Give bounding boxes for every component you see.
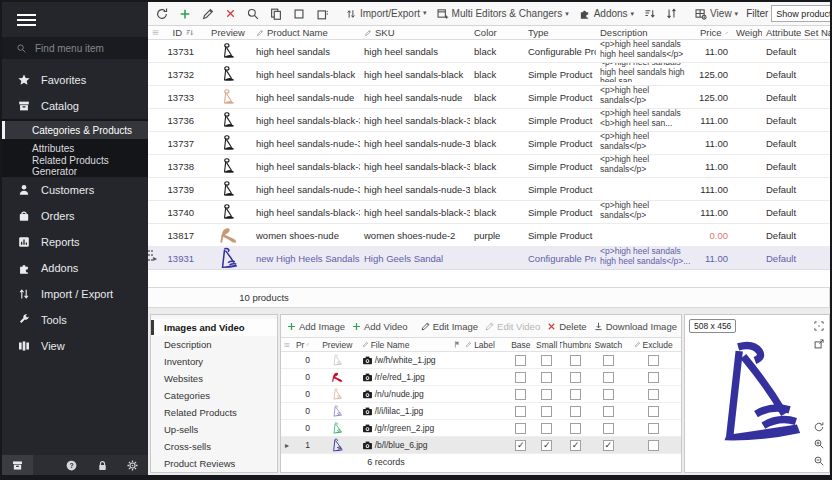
product-row[interactable]: 13817women shoes-nudewomen shoes-nude-2p… [148,224,830,247]
column-header-pr[interactable]: Pr [293,338,313,351]
add-image-button[interactable]: Add Image [284,319,347,334]
exclude-checkbox[interactable] [648,372,659,383]
sidebar-item-catalog[interactable]: Catalog [2,93,148,119]
column-header-weight[interactable]: Weight [732,26,762,39]
sort-az-button[interactable] [640,5,659,22]
column-header-preview[interactable]: Preview [313,338,359,351]
sidebar-item-orders[interactable]: Orders [2,203,148,229]
catalog-box-icon[interactable] [2,455,33,475]
sidebar-item-view[interactable]: View [2,333,148,359]
image-row[interactable]: ▸1 /b/l/blue_6.jpg✓✓✓✓ [281,437,681,454]
swatch-checkbox[interactable] [603,423,614,434]
small-checkbox[interactable] [541,355,552,366]
sidebar-item-favorites[interactable]: Favorites [2,67,148,93]
swatch-checkbox[interactable] [603,372,614,383]
lock-icon[interactable] [87,455,118,475]
sidebar-item-addons[interactable]: Addons [2,255,148,281]
sidebar-item-tools[interactable]: Tools [2,307,148,333]
thumbnail-checkbox[interactable]: ✓ [570,440,581,451]
small-checkbox[interactable] [541,372,552,383]
view-button[interactable]: View▾ [691,5,741,22]
hamburger-menu-icon[interactable] [2,2,148,34]
swatch-checkbox[interactable] [603,389,614,400]
image-row[interactable]: 0 /r/e/red_1.jpg [281,369,681,386]
paste-special-button[interactable] [312,5,332,23]
thumbnail-checkbox[interactable] [570,423,581,434]
sidebar-item-categories-products[interactable]: Categories & Products [2,121,148,139]
base-checkbox[interactable] [515,372,526,383]
tab-inventory[interactable]: Inventory [151,353,277,370]
base-checkbox[interactable] [515,355,526,366]
tab-up-sells[interactable]: Up-sells [151,421,277,438]
add-product-button[interactable] [175,5,195,23]
tab-product-reviews[interactable]: Product Reviews [151,455,277,472]
sidebar-item-customers[interactable]: Customers [2,177,148,203]
edit-image-button[interactable]: Edit Image [418,319,480,334]
tab-cross-sells[interactable]: Cross-sells [151,438,277,455]
checkbox-select-button[interactable] [289,5,309,23]
multi-editors-button[interactable]: Multi Editors & Changers▾ [433,5,572,22]
column-header-price[interactable]: Price [696,26,732,39]
product-row[interactable]: 13736high heel sandals-black-36high heel… [148,109,830,132]
column-header-preview[interactable]: Preview [200,26,252,39]
product-row[interactable]: ▸13931new High Heels SandalsHigh Geels S… [148,247,830,270]
add-video-button[interactable]: Add Video [349,319,410,334]
product-row[interactable]: 13739high heel sandals-nude-37high heel … [148,178,830,201]
download-image-button[interactable]: Download Image [591,319,679,334]
exclude-checkbox[interactable] [648,440,659,451]
zoom-in-icon[interactable] [812,437,826,451]
column-header-product-name[interactable]: Product Name [252,26,360,39]
thumbnail-checkbox[interactable] [570,406,581,417]
edit-product-button[interactable] [198,5,218,23]
zoom-out-icon[interactable] [812,454,826,468]
sidebar-item-import-export[interactable]: Import / Export [2,281,148,307]
column-header-id[interactable]: ID [162,26,200,39]
sidebar-item-reports[interactable]: Reports [2,229,148,255]
column-header-sku[interactable]: SKU [360,26,470,39]
sort-order-button[interactable] [662,5,681,22]
product-row[interactable]: 13737high heel sandals-nude-36high heel … [148,132,830,155]
column-header-color[interactable]: Color [470,26,524,39]
small-checkbox[interactable] [541,389,552,400]
refresh-button[interactable] [152,5,172,23]
tab-websites[interactable]: Websites [151,370,277,387]
column-header-description[interactable]: Description [596,26,696,39]
base-checkbox[interactable] [515,423,526,434]
column-header-thumbna[interactable]: Thumbna [560,338,592,351]
small-checkbox[interactable]: ✓ [541,440,552,451]
exclude-checkbox[interactable] [648,355,659,366]
tab-related-products[interactable]: Related Products [151,404,277,421]
product-row[interactable]: 13740high heel sandals-black-38high heel… [148,201,830,224]
image-row[interactable]: 0 /n/u/nude.jpg [281,386,681,403]
open-external-icon[interactable] [812,337,826,351]
help-icon[interactable]: ? [57,455,88,475]
swatch-checkbox[interactable] [603,355,614,366]
thumbnail-checkbox[interactable] [570,372,581,383]
exclude-checkbox[interactable] [648,423,659,434]
base-checkbox[interactable]: ✓ [515,440,526,451]
thumbnail-checkbox[interactable] [570,389,581,400]
exclude-checkbox[interactable] [648,406,659,417]
product-row[interactable]: 13738high heel sandals-black-37high heel… [148,155,830,178]
sidebar-search-input[interactable]: Find menu item [2,37,148,59]
delete-product-button[interactable] [221,5,240,22]
image-row[interactable]: 0 /l/i/lilac_1.jpg [281,403,681,420]
column-header-exclude[interactable]: Exclude [625,338,681,351]
import-export-button[interactable]: Import/Export▾ [342,5,430,21]
tab-images-and-video[interactable]: Images and Video [151,319,277,336]
sidebar-item-related-products-generator[interactable]: Related Products Generator [2,157,148,175]
base-checkbox[interactable] [515,406,526,417]
exclude-checkbox[interactable] [648,389,659,400]
thumbnail-checkbox[interactable] [570,355,581,366]
column-header-attribute-set-name[interactable]: Attribute Set Name [762,26,830,39]
image-row[interactable]: 0 /g/r/green_2.jpg [281,420,681,437]
small-checkbox[interactable] [541,406,552,417]
column-header-file-name[interactable]: File Name [359,338,453,351]
copy-button[interactable] [266,5,286,23]
product-row[interactable]: 13733high heel sandals-nudehigh heel san… [148,86,830,109]
refresh-image-icon[interactable] [812,420,826,434]
image-row[interactable]: 0 /w/h/white_1.jpg [281,352,681,369]
product-row[interactable]: 13731high heel sandalshigh heel sandalsb… [148,40,830,63]
column-header-swatch[interactable]: Swatch [591,338,625,351]
product-row[interactable]: 13732high heel sandals-blackhigh heel sa… [148,63,830,86]
